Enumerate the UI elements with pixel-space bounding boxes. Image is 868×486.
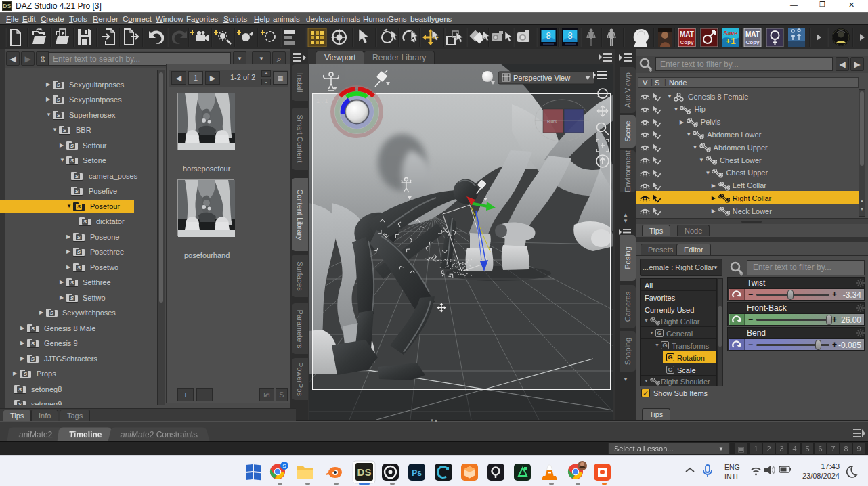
svg-text:Right: Right [547,119,557,123]
svg-text:8: 8 [546,30,550,41]
svg-text:Copy: Copy [746,39,760,45]
svg-text:S: S [282,463,286,469]
svg-text:Ps: Ps [412,468,422,478]
svg-text:Copy: Copy [680,39,695,45]
svg-text:Perspective View: Perspective View [513,74,570,82]
svg-text:DS: DS [357,466,372,478]
svg-text:17:43: 17:43 [821,462,840,470]
svg-text:ENG: ENG [724,463,740,471]
svg-text:1 : 1: 1 : 1 [316,97,328,104]
svg-text:MAT: MAT [745,30,760,38]
svg-text:+1: +1 [726,36,736,46]
svg-text:MAT: MAT [680,30,694,38]
svg-text:23/08/2024: 23/08/2024 [802,472,840,480]
svg-text:8: 8 [567,30,572,41]
svg-text:INTL: INTL [724,472,740,481]
